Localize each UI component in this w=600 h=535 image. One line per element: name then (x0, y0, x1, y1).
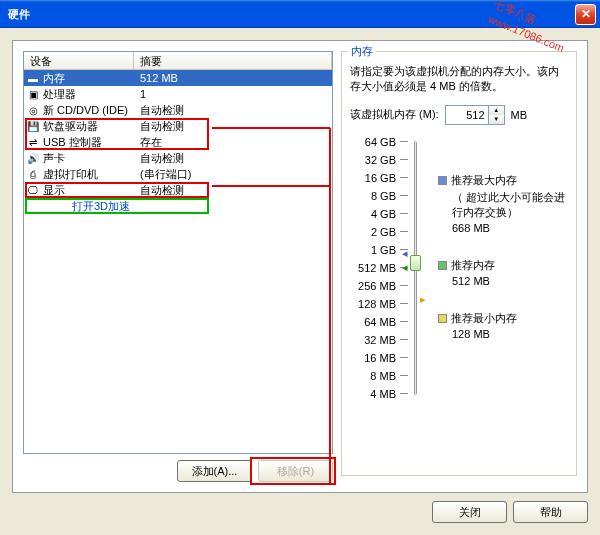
help-button[interactable]: 帮助 (513, 501, 588, 523)
slider-thumb[interactable] (410, 255, 421, 271)
titlebar: 硬件 ✕ (0, 0, 600, 28)
tick-label: 8 MB (350, 367, 396, 385)
col-device-header[interactable]: 设备 (24, 52, 134, 69)
tick-labels: 64 GB 32 GB 16 GB 8 GB 4 GB 2 GB 1 GB 51… (350, 133, 396, 403)
legend-square-icon (438, 314, 447, 323)
col-summary-header[interactable]: 摘要 (134, 52, 332, 69)
marker-max-icon: ◂ (402, 247, 408, 260)
legend-min: 推荐最小内存 128 MB (438, 311, 568, 340)
tick-label: 16 GB (350, 169, 396, 187)
memory-spinner[interactable]: ▲ ▼ (445, 105, 505, 125)
table-row[interactable]: ⎙虚拟打印机(串行端口) (24, 166, 332, 182)
groupbox-title: 内存 (348, 44, 376, 59)
legend: 推荐最大内存 （ 超过此大小可能会进行内存交换） 668 MB 推荐内存 512… (432, 133, 568, 403)
left-panel: 设备 摘要 ▬内存512 MB▣处理器1◎新 CD/DVD (IDE)自动检测💾… (23, 51, 333, 482)
tick-label: 64 GB (350, 133, 396, 151)
cpu-icon: ▣ (26, 87, 40, 101)
display-icon: 🖵 (26, 183, 40, 197)
dialog-content: 设备 摘要 ▬内存512 MB▣处理器1◎新 CD/DVD (IDE)自动检测💾… (0, 28, 600, 535)
add-button[interactable]: 添加(A)... (177, 460, 252, 482)
close-button[interactable]: 关闭 (432, 501, 507, 523)
memory-groupbox: 内存 请指定要为该虚拟机分配的内存大小。该内存大小值必须是 4 MB 的倍数。 … (341, 51, 577, 476)
tick-label: 8 GB (350, 187, 396, 205)
table-row[interactable]: 🔊声卡自动检测 (24, 150, 332, 166)
legend-max: 推荐最大内存 （ 超过此大小可能会进行内存交换） 668 MB (438, 173, 568, 234)
memory-icon: ▬ (26, 71, 40, 85)
tick-label: 16 MB (350, 349, 396, 367)
table-row[interactable]: ▣处理器1 (24, 86, 332, 102)
table-row[interactable]: 🖵显示自动检测 (24, 182, 332, 198)
right-panel: 内存 请指定要为该虚拟机分配的内存大小。该内存大小值必须是 4 MB 的倍数。 … (341, 51, 577, 482)
table-row[interactable]: ▬内存512 MB (24, 70, 332, 86)
sound-icon: 🔊 (26, 151, 40, 165)
cd-icon: ◎ (26, 103, 40, 117)
legend-square-icon (438, 261, 447, 270)
memory-input[interactable] (446, 106, 488, 124)
legend-rec: 推荐内存 512 MB (438, 258, 568, 287)
slider-area: 64 GB 32 GB 16 GB 8 GB 4 GB 2 GB 1 GB 51… (350, 133, 568, 403)
memory-input-row: 该虚拟机内存 (M): ▲ ▼ MB (350, 105, 568, 125)
printer-icon: ⎙ (26, 167, 40, 181)
floppy-icon: 💾 (26, 119, 40, 133)
main-panel: 设备 摘要 ▬内存512 MB▣处理器1◎新 CD/DVD (IDE)自动检测💾… (12, 40, 588, 493)
memory-unit: MB (511, 109, 528, 121)
tick-label: 32 MB (350, 331, 396, 349)
device-list: 设备 摘要 ▬内存512 MB▣处理器1◎新 CD/DVD (IDE)自动检测💾… (23, 51, 333, 454)
remove-button: 移除(R) (258, 460, 333, 482)
close-icon[interactable]: ✕ (575, 4, 596, 25)
list-body: ▬内存512 MB▣处理器1◎新 CD/DVD (IDE)自动检测💾软盘驱动器自… (24, 70, 332, 198)
tick-label: 4 MB (350, 385, 396, 403)
spin-up-icon[interactable]: ▲ (489, 106, 504, 115)
memory-label: 该虚拟机内存 (M): (350, 107, 439, 122)
annotation-text: 打开3D加速 (72, 199, 130, 214)
tick-label: 64 MB (350, 313, 396, 331)
spin-buttons: ▲ ▼ (488, 106, 504, 124)
usb-icon: ⇌ (26, 135, 40, 149)
spin-down-icon[interactable]: ▼ (489, 115, 504, 124)
tick-label: 32 GB (350, 151, 396, 169)
memory-slider[interactable]: ◂ ◂ ▸ (400, 133, 428, 403)
list-header: 设备 摘要 (24, 52, 332, 70)
window-title: 硬件 (8, 7, 575, 22)
annotation-box (25, 198, 209, 214)
bottom-buttons: 关闭 帮助 (12, 501, 588, 523)
marker-rec-icon: ◂ (402, 261, 408, 274)
tick-label: 4 GB (350, 205, 396, 223)
tick-label: 1 GB (350, 241, 396, 259)
tick-label: 128 MB (350, 295, 396, 313)
tick-label: 2 GB (350, 223, 396, 241)
table-row[interactable]: 💾软盘驱动器自动检测 (24, 118, 332, 134)
tick-label: 512 MB (350, 259, 396, 277)
left-buttons: 添加(A)... 移除(R) (23, 460, 333, 482)
marker-min-icon: ▸ (420, 293, 426, 306)
memory-desc: 请指定要为该虚拟机分配的内存大小。该内存大小值必须是 4 MB 的倍数。 (350, 64, 568, 95)
table-row[interactable]: ⇌USB 控制器存在 (24, 134, 332, 150)
tick-label: 256 MB (350, 277, 396, 295)
table-row[interactable]: ◎新 CD/DVD (IDE)自动检测 (24, 102, 332, 118)
legend-square-icon (438, 176, 447, 185)
